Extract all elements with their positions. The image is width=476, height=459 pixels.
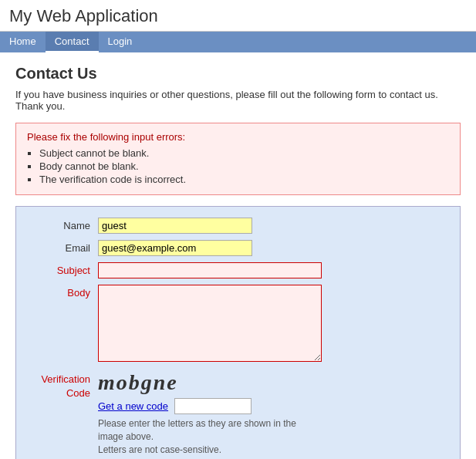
error-item-3: The verification code is incorrect. (39, 174, 449, 185)
subject-input-wrap (98, 262, 322, 278)
verification-row: VerificationCode mobgne Get a new code P… (29, 370, 447, 456)
subject-input[interactable] (98, 262, 322, 278)
body-textarea[interactable] (98, 285, 322, 362)
name-label: Name (29, 218, 98, 231)
nav-item-home[interactable]: Home (0, 32, 46, 52)
body-row: Body (29, 285, 447, 364)
email-input[interactable] (98, 240, 252, 256)
captcha-input[interactable] (174, 398, 252, 414)
email-label: Email (29, 240, 98, 254)
main-content: Contact Us If you have business inquirie… (0, 52, 476, 459)
nav-item-login[interactable]: Login (99, 32, 142, 52)
error-box: Please fix the following input errors: S… (15, 123, 461, 195)
nav-link-home[interactable]: Home (0, 32, 46, 51)
name-row: Name (29, 218, 447, 234)
page-title: Contact Us (15, 65, 461, 83)
body-label: Body (29, 285, 98, 299)
verification-label: VerificationCode (29, 370, 98, 400)
captcha-image: mobgne (98, 370, 322, 395)
intro-text: If you have business inquiries or other … (15, 89, 461, 112)
nav-item-contact[interactable]: Contact (46, 32, 99, 52)
email-row: Email (29, 240, 447, 256)
contact-form: Name Email Subject Body (15, 206, 461, 459)
nav-link-contact[interactable]: Contact (46, 32, 99, 52)
nav: Home Contact Login (0, 32, 476, 52)
email-input-wrap (98, 240, 252, 256)
error-title: Please fix the following input errors: (27, 131, 449, 143)
nav-link-login[interactable]: Login (99, 32, 142, 51)
error-list: Subject cannot be blank. Body cannot be … (27, 147, 449, 185)
subject-label: Subject (29, 262, 98, 276)
subject-row: Subject (29, 262, 447, 278)
header: My Web Application (0, 0, 476, 32)
name-input-wrap (98, 218, 252, 234)
app-title: My Web Application (9, 6, 158, 25)
captcha-hint: Please enter the letters as they are sho… (98, 417, 322, 456)
captcha-input-row: Get a new code (98, 398, 322, 414)
error-item-2: Body cannot be blank. (39, 160, 449, 172)
body-input-wrap (98, 285, 322, 364)
name-input[interactable] (98, 218, 252, 234)
error-item-1: Subject cannot be blank. (39, 147, 449, 159)
verification-content: mobgne Get a new code Please enter the l… (98, 370, 322, 456)
get-new-code-link[interactable]: Get a new code (98, 400, 168, 412)
